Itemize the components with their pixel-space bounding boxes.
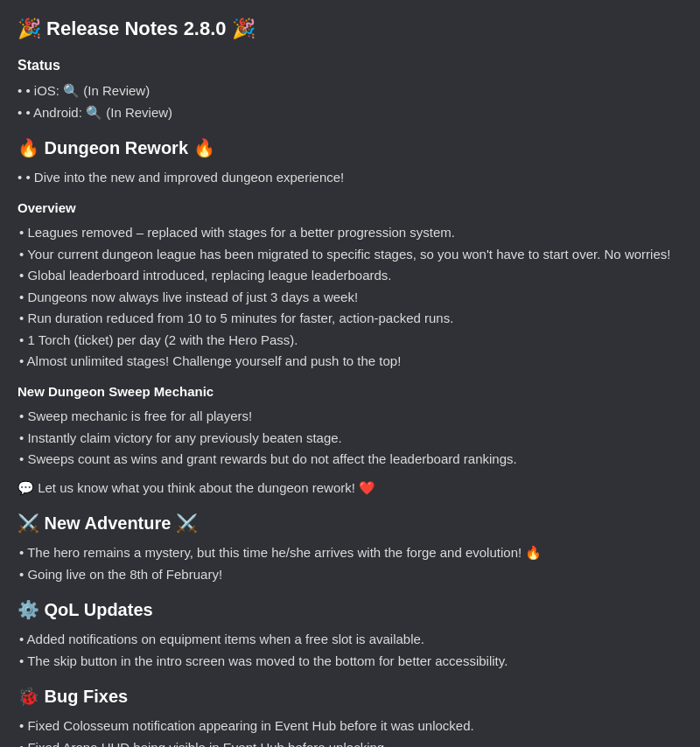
page-title: 🎉 Release Notes 2.8.0 🎉 xyxy=(18,14,682,43)
dungeon-overview-item-5: Run duration reduced from 10 to 5 minute… xyxy=(18,309,682,329)
bug-fixes-heading: 🐞 Bug Fixes xyxy=(18,683,682,709)
qol-item-1: Added notifications on equipment items w… xyxy=(18,630,682,650)
dungeon-rework-heading: 🔥 Dungeon Rework 🔥 xyxy=(18,135,682,161)
new-adventure-heading: ⚔️ New Adventure ⚔️ xyxy=(18,510,682,536)
qol-item-2: The skip button in the intro screen was … xyxy=(18,652,682,672)
bug-fix-item-2: Fixed Arena HUD being visible in Event H… xyxy=(18,738,682,748)
dungeon-overview-item-3: Global leaderboard introduced, replacing… xyxy=(18,266,682,286)
dungeon-overview-item-1: Leagues removed – replaced with stages f… xyxy=(18,223,682,243)
dungeon-overview-item-2: Your current dungeon league has been mig… xyxy=(18,245,682,265)
status-ios: • iOS: 🔍 (In Review) xyxy=(18,81,682,101)
dungeon-sweep-item-3: Sweeps count as wins and grant rewards b… xyxy=(18,450,682,470)
page-content: 🎉 Release Notes 2.8.0 🎉 Status • iOS: 🔍 … xyxy=(18,14,682,747)
dungeon-overview-item-7: Almost unlimited stages! Challenge yours… xyxy=(18,352,682,372)
dungeon-rework-section: 🔥 Dungeon Rework 🔥 • Dive into the new a… xyxy=(18,135,682,498)
status-android: • Android: 🔍 (In Review) xyxy=(18,103,682,123)
bug-fix-item-1: Fixed Colosseum notification appearing i… xyxy=(18,716,682,737)
dungeon-overview-item-4: Dungeons now always live instead of just… xyxy=(18,288,682,308)
dungeon-sweep-heading: New Dungeon Sweep Mechanic xyxy=(18,382,682,402)
status-heading: Status xyxy=(18,55,682,76)
new-adventure-item-2: Going live on the 8th of February! xyxy=(18,565,682,585)
dungeon-rework-intro: • Dive into the new and improved dungeon… xyxy=(18,168,682,188)
new-adventure-section: ⚔️ New Adventure ⚔️ The hero remains a m… xyxy=(18,510,682,584)
qol-updates-heading: ⚙️ QoL Updates xyxy=(18,597,682,623)
dungeon-overview-subsection: Overview Leagues removed – replaced with… xyxy=(18,199,682,372)
new-adventure-item-1: The hero remains a mystery, but this tim… xyxy=(18,543,682,563)
dungeon-sweep-item-1: Sweep mechanic is free for all players! xyxy=(18,407,682,427)
qol-updates-section: ⚙️ QoL Updates Added notifications on eq… xyxy=(18,597,682,671)
dungeon-sweep-feedback: 💬 Let us know what you think about the d… xyxy=(18,478,682,499)
dungeon-overview-heading: Overview xyxy=(18,199,682,219)
status-section: Status • iOS: 🔍 (In Review) • Android: 🔍… xyxy=(18,55,682,122)
dungeon-overview-item-6: 1 Torch (ticket) per day (2 with the Her… xyxy=(18,331,682,351)
dungeon-sweep-item-2: Instantly claim victory for any previous… xyxy=(18,429,682,449)
bug-fixes-section: 🐞 Bug Fixes Fixed Colosseum notification… xyxy=(18,683,682,747)
dungeon-sweep-subsection: New Dungeon Sweep Mechanic Sweep mechani… xyxy=(18,382,682,499)
